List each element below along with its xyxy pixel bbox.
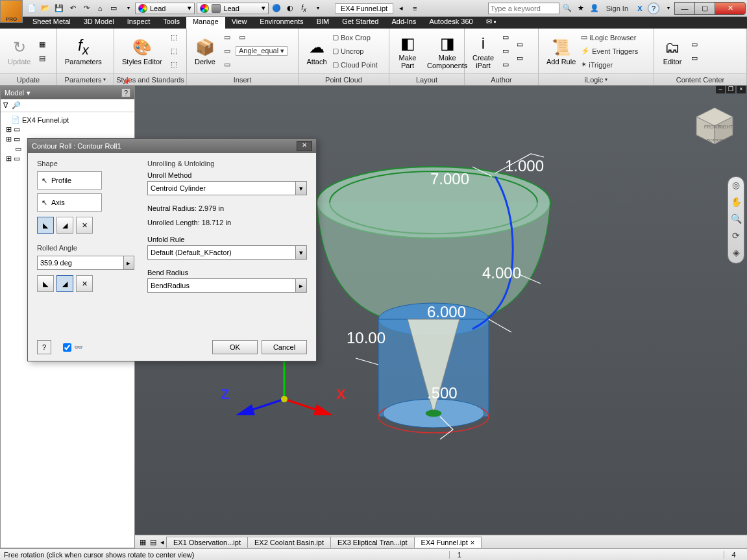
select-icon[interactable]: ▭: [108, 3, 119, 14]
find-icon[interactable]: 🔎: [12, 101, 21, 110]
viewcube[interactable]: FRONT RIGHT BOTTOM: [694, 105, 735, 147]
preview-checkbox[interactable]: [63, 343, 71, 352]
derive-button[interactable]: 📦 Derive: [191, 30, 219, 72]
unroll-method-arrow[interactable]: ▾: [296, 181, 307, 195]
tree-root[interactable]: 📄 EX4 Funnel.ipt: [3, 115, 132, 125]
unfold-rule-arrow[interactable]: ▾: [296, 245, 307, 260]
tab-extras[interactable]: ✉ ▪: [480, 17, 503, 29]
doc-tab-3[interactable]: EX3 Eliptical Tran...ipt: [330, 537, 415, 548]
profile-selector[interactable]: ↖Profile: [37, 171, 102, 189]
tab-autodesk-360[interactable]: Autodesk 360: [422, 17, 479, 29]
doc-tab-1[interactable]: EX1 Observation...ipt: [166, 537, 248, 548]
tab-get-started[interactable]: Get Started: [336, 17, 385, 29]
parameters-button[interactable]: fx Parameters: [61, 30, 106, 72]
browser-header[interactable]: Model ▾ ?: [1, 86, 134, 99]
tab-view[interactable]: View: [225, 17, 254, 29]
help-icon[interactable]: ?: [648, 3, 659, 14]
direction-2-button[interactable]: ◢: [56, 217, 73, 234]
panel-ilogic-title[interactable]: iLogic: [539, 73, 654, 85]
browser-help-icon[interactable]: ?: [121, 88, 130, 97]
insert-icon-3[interactable]: ▭: [221, 45, 234, 58]
update-small-1[interactable]: ▦: [36, 38, 49, 51]
offset-1-button[interactable]: ◣: [37, 275, 54, 292]
tab-environments[interactable]: Environments: [253, 17, 310, 29]
appearance-combo[interactable]: Lead▾: [197, 3, 268, 14]
insert-icon-2[interactable]: ▭: [236, 31, 249, 44]
author-small-5[interactable]: ▭: [513, 51, 526, 64]
qat-dropdown[interactable]: [121, 3, 133, 14]
search-icon[interactable]: 🔍: [561, 3, 573, 14]
panel-parameters-title[interactable]: Parameters: [57, 73, 114, 85]
author-small-2[interactable]: ▭: [499, 45, 512, 58]
app-icon[interactable]: PRO: [0, 0, 23, 23]
dialog-close-button[interactable]: ✕: [297, 141, 312, 151]
styles-small-2[interactable]: ⬚: [167, 45, 180, 58]
styles-small-3[interactable]: ⬚: [167, 58, 180, 71]
undo-icon[interactable]: ↶: [67, 3, 79, 14]
open-icon[interactable]: 📂: [40, 3, 51, 14]
angle-equal-combo[interactable]: Angle_equal ▾: [236, 46, 288, 56]
nav-zoom-icon[interactable]: 🔍: [729, 213, 742, 226]
styles-editor-button[interactable]: 🎨 Styles Editor: [118, 30, 166, 72]
tab-inspect[interactable]: Inspect: [121, 17, 156, 29]
rolled-angle-input[interactable]: 359.9 deg: [37, 256, 124, 270]
tab-list-icon[interactable]: ▤: [148, 538, 158, 546]
save-icon[interactable]: 💾: [53, 3, 65, 14]
close-tab-icon[interactable]: ×: [471, 539, 474, 546]
tab-prev-icon[interactable]: ◂: [158, 538, 166, 546]
offset-3-button[interactable]: ✕: [76, 275, 93, 292]
dialog-titlebar[interactable]: Contour Roll : Contour Roll1 ✕: [28, 139, 316, 153]
insert-icon-1[interactable]: ▭: [221, 31, 234, 44]
offset-2-button[interactable]: ◢: [56, 275, 73, 292]
help-dropdown[interactable]: [661, 3, 673, 14]
tab-add-ins[interactable]: Add-Ins: [385, 17, 422, 29]
tree-node[interactable]: ⊞ ▭: [3, 125, 132, 134]
tab-manage[interactable]: Manage: [186, 17, 225, 29]
tab-tools[interactable]: Tools: [156, 17, 186, 29]
event-triggers[interactable]: ⚡ Event Triggers: [581, 45, 638, 58]
favorite-icon[interactable]: ★: [575, 3, 587, 14]
appearance-icon[interactable]: ◐: [284, 3, 296, 14]
filter-icon[interactable]: ∇: [3, 101, 8, 110]
content-editor-button[interactable]: 🗂 Editor: [658, 30, 687, 72]
doc-prev-icon[interactable]: ◂: [395, 3, 407, 14]
rolled-angle-arrow[interactable]: ▸: [124, 256, 134, 270]
direction-1-button[interactable]: ◣: [37, 217, 54, 234]
active-document-tab[interactable]: EX4 Funnel.ipt: [335, 3, 393, 14]
cancel-button[interactable]: Cancel: [262, 340, 307, 354]
tab-sheet-metal[interactable]: Sheet Metal: [26, 17, 77, 29]
doc-tab-4[interactable]: EX4 Funnel.ipt ×: [414, 537, 482, 548]
signin-link[interactable]: Sign In: [602, 5, 632, 12]
tab-3d-model[interactable]: 3D Model: [77, 17, 121, 29]
vp-close[interactable]: ×: [737, 86, 746, 93]
pin-icon[interactable]: 📌: [123, 78, 130, 86]
measure-icon[interactable]: 🔵: [271, 3, 282, 14]
styles-small-1[interactable]: ⬚: [167, 31, 180, 44]
fx-icon[interactable]: fx: [298, 3, 310, 14]
author-small-4[interactable]: ▭: [513, 38, 526, 51]
direction-3-button[interactable]: ✕: [76, 217, 93, 234]
maximize-button[interactable]: ▢: [694, 2, 715, 15]
content-small-1[interactable]: ▭: [688, 38, 701, 51]
author-small-1[interactable]: ▭: [499, 31, 512, 44]
unroll-method-combo[interactable]: Centroid Cylinder: [147, 181, 296, 195]
home-icon[interactable]: ⌂: [94, 3, 106, 14]
nav-wheel-icon[interactable]: ◎: [729, 180, 742, 193]
minimize-button[interactable]: —: [674, 2, 695, 15]
bend-radius-input[interactable]: BendRadius: [147, 278, 296, 293]
nav-lookat-icon[interactable]: ◈: [729, 247, 742, 260]
unfold-rule-combo[interactable]: Default (Default_KFactor): [147, 245, 296, 260]
nav-pan-icon[interactable]: ✋: [729, 197, 742, 210]
ilogic-browser[interactable]: ▭ iLogic Browser: [581, 31, 638, 44]
attach-button[interactable]: ☁ Attach: [302, 30, 331, 72]
axis-selector[interactable]: ↖Axis: [37, 193, 102, 212]
tab-tile-icon[interactable]: ▦: [138, 538, 148, 546]
doc-list-icon[interactable]: ≡: [409, 3, 421, 14]
author-small-3[interactable]: ▭: [499, 58, 512, 71]
create-ipart-button[interactable]: i Create iPart: [469, 30, 498, 72]
vp-minimize[interactable]: –: [716, 86, 725, 93]
nav-orbit-icon[interactable]: ⟳: [729, 230, 742, 243]
insert-icon-4[interactable]: ▭: [221, 58, 234, 71]
add-rule-button[interactable]: 📜 Add Rule: [543, 30, 580, 72]
bend-radius-arrow[interactable]: ▸: [296, 278, 307, 293]
